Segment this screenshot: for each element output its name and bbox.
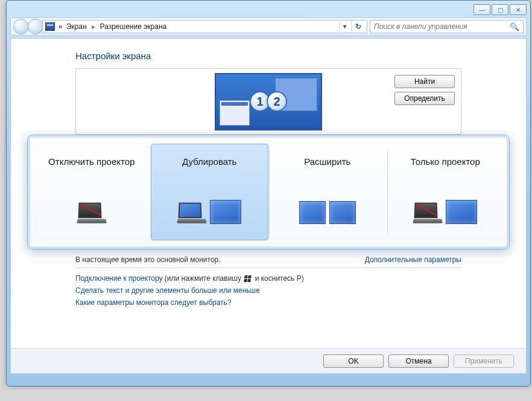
display-preview[interactable]: 1 2 [215,73,322,130]
find-button[interactable]: Найти [394,75,455,88]
advanced-settings-link[interactable]: Дополнительные параметры [365,255,461,264]
option-label: Дублировать [182,149,236,173]
nav-forward-button[interactable] [28,19,43,34]
apply-button: Применить [454,354,514,368]
option-label: Только проектор [411,149,480,173]
option-label: Отключить проектор [48,149,135,173]
which-settings-link[interactable]: Какие параметры монитора следует выбрать… [75,298,461,307]
projector-switcher-overlay: Отключить проектор Дублировать Расширить… [27,135,510,249]
text-size-link[interactable]: Сделать текст и другие элементы больше и… [75,286,461,295]
search-icon[interactable]: 🔍 [510,22,519,31]
display-icon [45,22,55,31]
divider [75,268,461,268]
ok-button[interactable]: OK [323,354,384,368]
control-panel-window: — ▢ ✕ « Экран ▸ Разрешение экрана ▼ ↻ 🔍 … [6,0,531,387]
detect-button[interactable]: Определить [394,92,455,105]
display-preview-box: 1 2 Найти Определить [75,68,461,135]
dialog-button-bar: OK Отмена Применить [11,348,526,373]
disconnect-icon [77,182,106,224]
duplicate-icon [177,182,241,224]
connect-projector-link[interactable]: Подключение к проектору (или нажмите кла… [75,274,461,283]
search-box[interactable]: 🔍 [370,20,524,33]
projector-only-icon [413,182,477,224]
page-title: Настройки экрана [75,51,461,61]
maximize-button[interactable]: ▢ [492,4,508,15]
minimize-button[interactable]: — [473,4,490,15]
option-projector-only[interactable]: Только проектор [387,144,505,240]
search-input[interactable] [374,22,510,31]
address-bar[interactable]: « Экран ▸ Разрешение экрана ▼ ↻ [42,20,367,33]
option-duplicate[interactable]: Дублировать [151,144,269,240]
breadcrumb-screen[interactable]: Экран [66,22,87,31]
chevron-right-icon: ▸ [92,22,95,31]
option-extend[interactable]: Расширить [268,144,387,240]
preview-dialog-icon [220,100,250,126]
cancel-button[interactable]: Отмена [388,354,449,368]
extend-icon [299,182,356,224]
address-dropdown[interactable]: ▼ [339,22,350,31]
primary-monitor-text: В настоящее время это основной монитор. [75,255,221,264]
monitor-2-badge: 2 [267,91,287,112]
titlebar: — ▢ ✕ [10,4,527,18]
close-button[interactable]: ✕ [510,4,527,15]
breadcrumb-prefix: « [59,22,63,31]
nav-back-button[interactable] [13,19,29,34]
windows-key-icon [244,275,252,283]
option-disconnect-projector[interactable]: Отключить проектор [33,144,151,240]
refresh-button[interactable]: ↻ [351,21,364,33]
navbar: « Экран ▸ Разрешение экрана ▼ ↻ 🔍 [10,18,527,36]
breadcrumb-resolution[interactable]: Разрешение экрана [100,22,167,31]
option-label: Расширить [304,149,350,173]
